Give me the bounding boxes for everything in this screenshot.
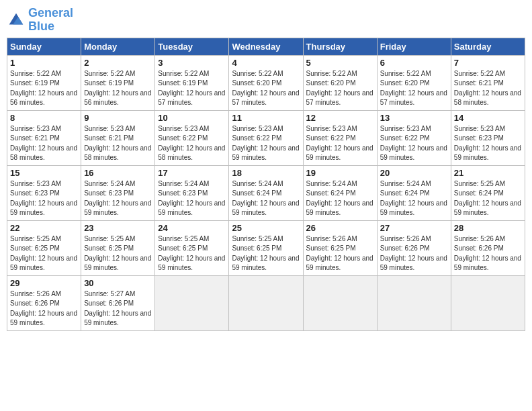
- day-number: 9: [84, 113, 152, 123]
- day-number: 6: [380, 58, 448, 68]
- day-info: Sunrise: 5:22 AMSunset: 6:20 PMDaylight:…: [380, 69, 448, 108]
- day-info: Sunrise: 5:23 AMSunset: 6:22 PMDaylight:…: [306, 124, 374, 163]
- day-cell: 16Sunrise: 5:24 AMSunset: 6:23 PMDayligh…: [81, 165, 155, 220]
- day-number: 12: [306, 113, 374, 123]
- day-info: Sunrise: 5:24 AMSunset: 6:24 PMDaylight:…: [306, 179, 374, 218]
- day-info: Sunrise: 5:23 AMSunset: 6:22 PMDaylight:…: [380, 124, 448, 163]
- day-number: 21: [454, 168, 522, 178]
- day-cell: 13Sunrise: 5:23 AMSunset: 6:22 PMDayligh…: [377, 110, 451, 165]
- day-number: 13: [380, 113, 448, 123]
- day-cell: 2Sunrise: 5:22 AMSunset: 6:19 PMDaylight…: [81, 55, 155, 110]
- day-cell: 22Sunrise: 5:25 AMSunset: 6:25 PMDayligh…: [7, 220, 81, 275]
- day-info: Sunrise: 5:26 AMSunset: 6:26 PMDaylight:…: [10, 289, 78, 328]
- day-header-sunday: Sunday: [7, 38, 81, 55]
- day-number: 11: [232, 113, 300, 123]
- day-number: 14: [454, 113, 522, 123]
- day-cell: 11Sunrise: 5:23 AMSunset: 6:22 PMDayligh…: [229, 110, 303, 165]
- day-cell: 21Sunrise: 5:25 AMSunset: 6:24 PMDayligh…: [451, 165, 525, 220]
- day-number: 20: [380, 168, 448, 178]
- day-info: Sunrise: 5:23 AMSunset: 6:21 PMDaylight:…: [84, 124, 152, 163]
- day-cell: 20Sunrise: 5:24 AMSunset: 6:24 PMDayligh…: [377, 165, 451, 220]
- calendar: SundayMondayTuesdayWednesdayThursdayFrid…: [7, 38, 525, 331]
- day-number: 10: [158, 113, 226, 123]
- day-cell: 7Sunrise: 5:22 AMSunset: 6:21 PMDaylight…: [451, 55, 525, 110]
- day-header-wednesday: Wednesday: [229, 38, 303, 55]
- day-cell: 18Sunrise: 5:24 AMSunset: 6:24 PMDayligh…: [229, 165, 303, 220]
- day-info: Sunrise: 5:22 AMSunset: 6:19 PMDaylight:…: [84, 69, 152, 108]
- day-cell: [303, 275, 377, 330]
- day-info: Sunrise: 5:22 AMSunset: 6:20 PMDaylight:…: [306, 69, 374, 108]
- day-number: 26: [306, 223, 374, 233]
- day-info: Sunrise: 5:24 AMSunset: 6:24 PMDaylight:…: [380, 179, 448, 218]
- day-cell: [229, 275, 303, 330]
- day-header-friday: Friday: [377, 38, 451, 55]
- day-info: Sunrise: 5:26 AMSunset: 6:25 PMDaylight:…: [306, 234, 374, 273]
- day-info: Sunrise: 5:24 AMSunset: 6:24 PMDaylight:…: [232, 179, 300, 218]
- day-cell: 10Sunrise: 5:23 AMSunset: 6:22 PMDayligh…: [155, 110, 229, 165]
- day-number: 15: [10, 168, 78, 178]
- day-info: Sunrise: 5:23 AMSunset: 6:23 PMDaylight:…: [454, 124, 522, 163]
- day-cell: 29Sunrise: 5:26 AMSunset: 6:26 PMDayligh…: [7, 275, 81, 330]
- day-cell: 6Sunrise: 5:22 AMSunset: 6:20 PMDaylight…: [377, 55, 451, 110]
- day-info: Sunrise: 5:26 AMSunset: 6:26 PMDaylight:…: [380, 234, 448, 273]
- day-cell: 24Sunrise: 5:25 AMSunset: 6:25 PMDayligh…: [155, 220, 229, 275]
- day-number: 8: [10, 113, 78, 123]
- day-cell: 5Sunrise: 5:22 AMSunset: 6:20 PMDaylight…: [303, 55, 377, 110]
- day-cell: 3Sunrise: 5:22 AMSunset: 6:19 PMDaylight…: [155, 55, 229, 110]
- day-cell: [377, 275, 451, 330]
- day-number: 24: [158, 223, 226, 233]
- day-info: Sunrise: 5:23 AMSunset: 6:22 PMDaylight:…: [232, 124, 300, 163]
- day-number: 7: [454, 58, 522, 68]
- day-number: 1: [10, 58, 78, 68]
- day-cell: 28Sunrise: 5:26 AMSunset: 6:26 PMDayligh…: [451, 220, 525, 275]
- day-number: 3: [158, 58, 226, 68]
- day-cell: 8Sunrise: 5:23 AMSunset: 6:21 PMDaylight…: [7, 110, 81, 165]
- day-info: Sunrise: 5:22 AMSunset: 6:19 PMDaylight:…: [158, 69, 226, 108]
- day-cell: 30Sunrise: 5:27 AMSunset: 6:26 PMDayligh…: [81, 275, 155, 330]
- week-row-2: 1Sunrise: 5:22 AMSunset: 6:19 PMDaylight…: [7, 55, 525, 110]
- day-cell: 26Sunrise: 5:26 AMSunset: 6:25 PMDayligh…: [303, 220, 377, 275]
- day-cell: [155, 275, 229, 330]
- day-info: Sunrise: 5:22 AMSunset: 6:19 PMDaylight:…: [10, 69, 78, 108]
- day-cell: 19Sunrise: 5:24 AMSunset: 6:24 PMDayligh…: [303, 165, 377, 220]
- day-number: 25: [232, 223, 300, 233]
- day-number: 29: [10, 278, 78, 288]
- logo: General Blue: [7, 7, 73, 34]
- day-number: 4: [232, 58, 300, 68]
- day-info: Sunrise: 5:22 AMSunset: 6:21 PMDaylight:…: [454, 69, 522, 108]
- day-number: 16: [84, 168, 152, 178]
- day-number: 19: [306, 168, 374, 178]
- day-number: 17: [158, 168, 226, 178]
- day-cell: 27Sunrise: 5:26 AMSunset: 6:26 PMDayligh…: [377, 220, 451, 275]
- day-number: 18: [232, 168, 300, 178]
- day-cell: 14Sunrise: 5:23 AMSunset: 6:23 PMDayligh…: [451, 110, 525, 165]
- calendar-header-row: SundayMondayTuesdayWednesdayThursdayFrid…: [7, 38, 525, 55]
- page-header: General Blue: [7, 7, 525, 34]
- day-header-monday: Monday: [81, 38, 155, 55]
- day-cell: 23Sunrise: 5:25 AMSunset: 6:25 PMDayligh…: [81, 220, 155, 275]
- week-row-6: 29Sunrise: 5:26 AMSunset: 6:26 PMDayligh…: [7, 275, 525, 330]
- day-cell: 15Sunrise: 5:23 AMSunset: 6:23 PMDayligh…: [7, 165, 81, 220]
- day-header-tuesday: Tuesday: [155, 38, 229, 55]
- day-number: 28: [454, 223, 522, 233]
- day-info: Sunrise: 5:25 AMSunset: 6:24 PMDaylight:…: [454, 179, 522, 218]
- day-cell: 4Sunrise: 5:22 AMSunset: 6:20 PMDaylight…: [229, 55, 303, 110]
- day-info: Sunrise: 5:25 AMSunset: 6:25 PMDaylight:…: [84, 234, 152, 273]
- week-row-3: 8Sunrise: 5:23 AMSunset: 6:21 PMDaylight…: [7, 110, 525, 165]
- day-number: 2: [84, 58, 152, 68]
- day-header-thursday: Thursday: [303, 38, 377, 55]
- day-cell: 9Sunrise: 5:23 AMSunset: 6:21 PMDaylight…: [81, 110, 155, 165]
- week-row-5: 22Sunrise: 5:25 AMSunset: 6:25 PMDayligh…: [7, 220, 525, 275]
- day-info: Sunrise: 5:23 AMSunset: 6:23 PMDaylight:…: [10, 179, 78, 218]
- logo-text: General Blue: [28, 7, 73, 34]
- day-info: Sunrise: 5:24 AMSunset: 6:23 PMDaylight:…: [84, 179, 152, 218]
- day-number: 22: [10, 223, 78, 233]
- day-info: Sunrise: 5:24 AMSunset: 6:23 PMDaylight:…: [158, 179, 226, 218]
- day-number: 27: [380, 223, 448, 233]
- day-number: 5: [306, 58, 374, 68]
- logo-icon: [7, 11, 26, 30]
- day-cell: 1Sunrise: 5:22 AMSunset: 6:19 PMDaylight…: [7, 55, 81, 110]
- week-row-4: 15Sunrise: 5:23 AMSunset: 6:23 PMDayligh…: [7, 165, 525, 220]
- day-info: Sunrise: 5:25 AMSunset: 6:25 PMDaylight:…: [232, 234, 300, 273]
- day-cell: 12Sunrise: 5:23 AMSunset: 6:22 PMDayligh…: [303, 110, 377, 165]
